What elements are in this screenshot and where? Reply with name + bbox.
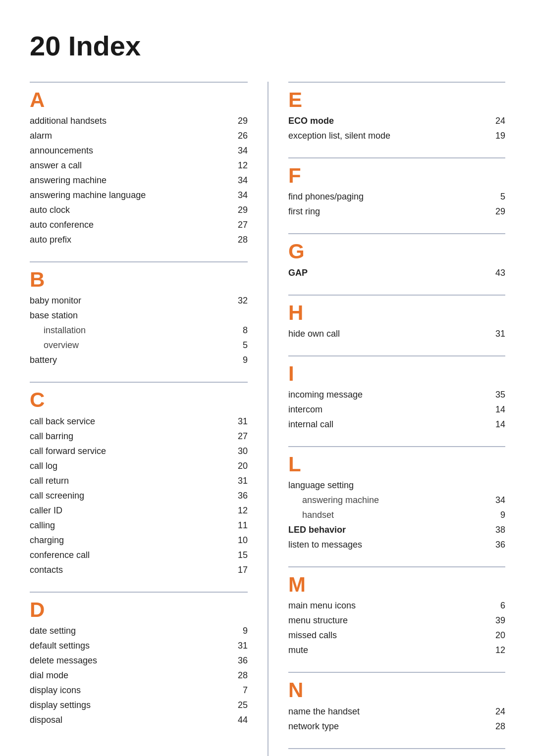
section-letter: I [288,362,505,385]
index-section-b: Bbaby monitor32base stationinstallation8… [30,261,248,367]
entry-name: calling [30,519,230,532]
entry-page: 36 [230,489,248,503]
entry-name: overview [30,339,230,352]
entry-page: 5 [487,190,505,203]
entry-page: 12 [230,159,248,172]
entry-page: 36 [230,654,248,667]
entry-name: call forward service [30,445,230,458]
entry-name: alarm [30,129,230,143]
entry-name: listen to messages [288,538,487,552]
list-item: answering machine34 [30,174,248,187]
entry-page: 14 [487,403,505,416]
list-item: caller ID12 [30,504,248,517]
index-section-n: Nname the handset24network type28 [288,672,505,733]
entry-page: 17 [230,563,248,577]
list-item: mute12 [288,644,505,657]
entry-page: 31 [230,415,248,428]
entry-page: 10 [230,534,248,547]
list-item: display icons7 [30,684,248,697]
list-item: missed calls20 [288,629,505,642]
entry-name: caller ID [30,504,230,517]
entry-page: 5 [230,339,248,352]
entry-name: answer a call [30,159,230,172]
list-item: name the handset24 [288,705,505,718]
entry-name: conference call [30,549,230,562]
entry-name: call return [30,474,230,488]
entry-name: call screening [30,489,230,503]
entry-name: exception list, silent mode [288,129,487,143]
entry-page: 29 [230,203,248,217]
list-item: date setting9 [30,624,248,638]
entry-name: GAP [288,266,487,280]
entry-name: menu structure [288,614,487,627]
list-item: intercom14 [288,403,505,416]
entry-name: charging [30,534,230,547]
entry-name: intercom [288,403,487,416]
entry-name: display icons [30,684,230,697]
entry-page: 29 [487,205,505,218]
section-letter: C [30,389,248,411]
list-item: network type28 [288,720,505,733]
list-item: LED behavior38 [288,523,505,537]
entry-page: 34 [230,189,248,202]
entry-page: 34 [487,494,505,507]
entry-name: handset [288,508,487,522]
section-letter: E [288,89,505,111]
entry-page: 30 [230,445,248,458]
list-item: menu structure39 [288,614,505,627]
index-section-i: Iincoming message35intercom14internal ca… [288,355,505,431]
entry-name: additional handsets [30,114,230,128]
list-item: call log20 [30,459,248,473]
left-column: Aadditional handsets29alarm26announcemen… [30,82,268,756]
list-item: main menu icons6 [288,599,505,612]
index-section-a: Aadditional handsets29alarm26announcemen… [30,82,248,247]
entry-name: baby monitor [30,294,230,307]
entry-name: answering machine [288,494,487,507]
entry-page: 28 [230,669,248,682]
list-item: exception list, silent mode19 [288,129,505,143]
entry-page: 28 [230,233,248,247]
section-letter: B [30,268,248,291]
entry-page: 31 [230,474,248,488]
index-section-o: Oon or off34 [288,748,505,756]
section-letter: F [288,164,505,187]
entry-name: first ring [288,205,487,218]
entry-page: 28 [487,720,505,733]
entry-page: 31 [487,327,505,341]
list-item: answering machine language34 [30,189,248,202]
list-item: default settings31 [30,639,248,653]
section-letter: M [288,573,505,596]
entry-name: display settings [30,699,230,712]
list-item: auto conference27 [30,218,248,232]
entry-name: missed calls [288,629,487,642]
entry-name: mute [288,644,487,657]
right-column: EECO mode24exception list, silent mode19… [268,82,505,756]
entry-page: 24 [487,114,505,128]
entry-page: 6 [487,599,505,612]
entry-name: LED behavior [288,523,487,537]
list-item: handset9 [288,508,505,522]
entry-name: main menu icons [288,599,487,612]
list-item: call barring27 [30,430,248,443]
entry-page: 34 [230,144,248,157]
entry-name: incoming message [288,388,487,402]
entry-name: battery [30,353,230,367]
entry-name: network type [288,720,487,733]
entry-page: 36 [487,538,505,552]
list-item: additional handsets29 [30,114,248,128]
list-item: answer a call12 [30,159,248,172]
list-item: announcements34 [30,144,248,157]
entry-page: 12 [487,644,505,657]
section-letter: L [288,453,505,476]
entry-page: 11 [230,519,248,532]
entry-name: ECO mode [288,114,487,128]
list-item: dial mode28 [30,669,248,682]
list-item: contacts17 [30,563,248,577]
entry-page: 9 [230,624,248,638]
list-item: call forward service30 [30,445,248,458]
entry-name: auto prefix [30,233,230,247]
entry-page: 43 [487,266,505,280]
entry-page: 9 [230,353,248,367]
entry-name: answering machine [30,174,230,187]
index-section-f: Ffind phones/paging5first ring29 [288,157,505,218]
